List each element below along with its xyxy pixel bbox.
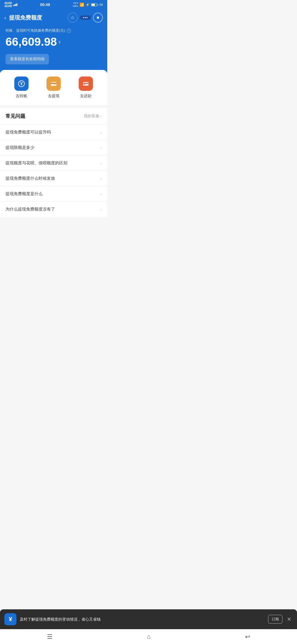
- status-left: 4GHD 4GHD: [4, 2, 17, 8]
- battery-level: 58: [100, 3, 103, 6]
- header: ‹ 提现免费额度 ☆: [0, 9, 107, 28]
- more-button[interactable]: [80, 15, 91, 20]
- network-label: 4GHD 4GHD: [4, 2, 12, 8]
- quota-label: 转账、提现时可免除服务费的额度(元) ?: [6, 28, 102, 33]
- faq-title: 常见问题: [6, 113, 25, 119]
- list-item[interactable]: 提现限额是多少 ›: [0, 140, 107, 155]
- signal-icon: [13, 3, 17, 6]
- scan-button[interactable]: [93, 13, 103, 23]
- faq-item-text: 提现免费额度可以提升吗: [6, 130, 51, 135]
- faq-chevron-icon: ›: [100, 145, 102, 150]
- status-right: 28.8KB/s 📶 ⚡ 58: [73, 2, 103, 8]
- card-icon: [82, 80, 90, 88]
- list-item[interactable]: 提现额度与花呗、借呗额度的区别 ›: [0, 155, 107, 171]
- withdraw-icon-wrap: [46, 77, 61, 91]
- repay-icon-wrap: [79, 77, 93, 91]
- favorite-button[interactable]: ☆: [68, 13, 78, 23]
- actions-card: ¥ 去转账 去提现: [0, 70, 107, 105]
- service-label: 我的客服: [84, 114, 99, 119]
- withdraw-label: 去提现: [48, 94, 59, 99]
- battery-icon: [91, 3, 98, 6]
- header-right: ☆: [68, 13, 103, 23]
- quota-detail-button[interactable]: 查看额度有效期明细: [6, 54, 49, 64]
- help-icon[interactable]: ?: [67, 29, 71, 33]
- page-title: 提现免费额度: [9, 14, 42, 21]
- list-item[interactable]: 提现免费额度可以提升吗 ›: [0, 124, 107, 140]
- service-chevron-icon: ›: [100, 114, 102, 119]
- faq-item-text: 提现免费额度什么时候发放: [6, 176, 55, 181]
- faq-section: 常见问题 我的客服 › 提现免费额度可以提升吗 › 提现限额是多少 › 提现额度…: [0, 108, 107, 217]
- faq-chevron-icon: ›: [100, 130, 102, 135]
- svg-rect-4: [51, 82, 56, 83]
- list-item[interactable]: 为什么提现免费额度没有了 ›: [0, 201, 107, 217]
- faq-list: 提现免费额度可以提升吗 › 提现限额是多少 › 提现额度与花呗、借呗额度的区别 …: [0, 124, 107, 217]
- faq-item-text: 提现额度与花呗、借呗额度的区别: [6, 160, 67, 166]
- faq-item-text: 为什么提现免费额度没有了: [6, 207, 55, 212]
- star-icon: ☆: [70, 15, 75, 21]
- blue-content-area: 转账、提现时可免除服务费的额度(元) ? 66,609.98 › 查看额度有效期…: [0, 28, 107, 73]
- faq-item-text: 提现免费额度是什么: [6, 191, 43, 197]
- transfer-label: 去转账: [16, 94, 27, 99]
- repay-label: 去还款: [80, 94, 92, 99]
- faq-chevron-icon: ›: [100, 192, 102, 197]
- quota-value: 66,609.98: [6, 35, 57, 48]
- wifi-icon: 📶: [79, 2, 84, 7]
- repay-action[interactable]: 去还款: [70, 77, 102, 99]
- wallet-icon: [50, 80, 57, 88]
- withdraw-action[interactable]: 去提现: [38, 77, 70, 99]
- back-button[interactable]: ‹: [4, 15, 6, 21]
- faq-header: 常见问题 我的客服 ›: [0, 108, 107, 124]
- lightning-icon: ⚡: [86, 3, 90, 7]
- transfer-icon: ¥: [18, 80, 25, 88]
- svg-point-5: [54, 84, 56, 85]
- quota-arrow-icon: ›: [59, 38, 61, 46]
- customer-service-link[interactable]: 我的客服 ›: [84, 114, 102, 119]
- faq-item-text: 提现限额是多少: [6, 145, 34, 150]
- list-item[interactable]: 提现免费额度什么时候发放 ›: [0, 171, 107, 186]
- faq-chevron-icon: ›: [100, 161, 102, 166]
- list-item[interactable]: 提现免费额度是什么 ›: [0, 186, 107, 201]
- transfer-action[interactable]: ¥ 去转账: [6, 77, 38, 99]
- quota-amount[interactable]: 66,609.98 ›: [6, 35, 102, 48]
- transfer-icon-wrap: ¥: [14, 77, 29, 91]
- header-left: ‹ 提现免费额度: [4, 14, 42, 21]
- status-time: 00:49: [40, 2, 50, 7]
- data-speed: 28.8KB/s: [73, 2, 78, 8]
- svg-rect-8: [84, 84, 85, 85]
- svg-rect-7: [83, 83, 89, 84]
- status-bar: 4GHD 4GHD 00:49 28.8KB/s 📶 ⚡ 58: [0, 0, 107, 9]
- faq-chevron-icon: ›: [100, 207, 102, 212]
- faq-chevron-icon: ›: [100, 176, 102, 181]
- actions-row: ¥ 去转账 去提现: [0, 77, 107, 99]
